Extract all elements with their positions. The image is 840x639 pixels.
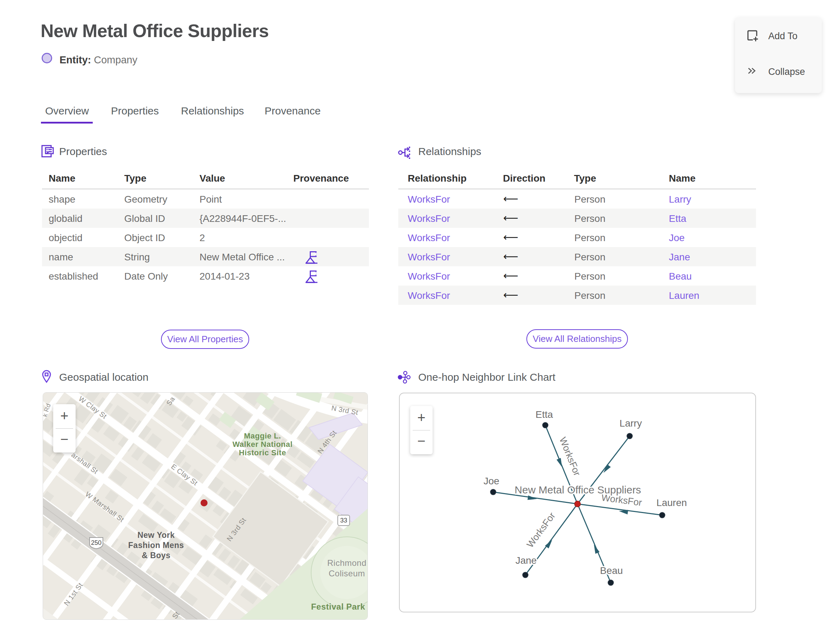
- svg-text:Joe: Joe: [484, 475, 499, 486]
- svg-text:Jane: Jane: [515, 555, 537, 566]
- svg-text:Richmond: Richmond: [327, 558, 366, 567]
- svg-text:Maggie L.: Maggie L.: [244, 431, 281, 440]
- svg-text:250: 250: [91, 539, 102, 546]
- svg-text:New York: New York: [138, 531, 175, 540]
- svg-text:Walker National: Walker National: [232, 440, 293, 448]
- svg-text:Beau: Beau: [600, 565, 623, 576]
- svg-text:Lauren: Lauren: [656, 497, 687, 508]
- svg-text:WorksFor: WorksFor: [557, 436, 582, 477]
- svg-text:Larry: Larry: [619, 418, 642, 429]
- svg-text:WorksFor: WorksFor: [525, 510, 557, 550]
- svg-text:Etta: Etta: [536, 409, 553, 420]
- svg-text:Coliseum: Coliseum: [329, 569, 365, 578]
- svg-text:& Boys: & Boys: [142, 551, 170, 560]
- svg-text:New Metal Office Suppliers: New Metal Office Suppliers: [514, 484, 641, 496]
- svg-text:Festival Park: Festival Park: [311, 602, 365, 611]
- svg-text:33: 33: [340, 517, 347, 524]
- svg-text:Fashion Mens: Fashion Mens: [128, 540, 184, 550]
- svg-text:Historic Site: Historic Site: [239, 448, 286, 457]
